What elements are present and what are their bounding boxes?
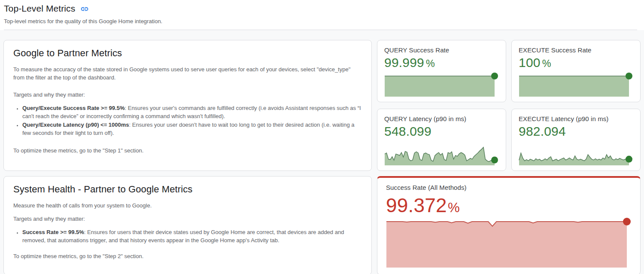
card-intro: Measure the health of calls from your sy… [13, 201, 362, 210]
metric-value: 99.372% [386, 194, 632, 217]
card-title: Google to Partner Metrics [13, 48, 362, 59]
metric-label: EXECUTE Latency (p90 in ms) [519, 115, 633, 122]
metric-value: 982.094 [519, 124, 633, 139]
page-header: Top-Level Metrics Top-level metrics for … [0, 0, 644, 30]
card-footer: To optimize these metrics, go to the "St… [13, 146, 362, 155]
sparkline-chart [386, 217, 632, 268]
target-item: Query/Execute Latency (p90) <= 1000ms: E… [22, 121, 361, 137]
sparkline-chart [384, 140, 499, 165]
metric-label: QUERY Success Rate [384, 46, 499, 54]
sparkline-chart [384, 72, 499, 97]
metric-card-query-latency: QUERY Latency (p90 in ms) 548.099 [377, 109, 506, 171]
target-lead: Query/Execute Success Rate >= 99.5% [22, 105, 125, 111]
metric-card-execute-latency: EXECUTE Latency (p90 in ms) 982.094 [511, 109, 641, 171]
metric-card-query-success-rate: QUERY Success Rate 99.999% [377, 40, 506, 102]
metric-unit: % [448, 200, 460, 215]
card-google-to-partner-metrics: Google to Partner Metrics To measure the… [3, 40, 372, 171]
target-lead: Success Rate >= 99.5% [22, 229, 84, 235]
target-item: Query/Execute Success Rate >= 99.5%: Ens… [22, 104, 361, 120]
metric-value: 99.999% [384, 55, 499, 70]
metric-grid: QUERY Success Rate 99.999% EXECUTE Succe… [377, 40, 641, 171]
left-column: Google to Partner Metrics To measure the… [3, 40, 372, 274]
metric-label: QUERY Latency (p90 in ms) [384, 115, 499, 122]
targets-label: Targets and why they matter: [13, 91, 362, 99]
page-title: Top-Level Metrics [4, 3, 75, 14]
targets-list: Query/Execute Success Rate >= 99.5%: Ens… [13, 104, 361, 137]
right-column: QUERY Success Rate 99.999% EXECUTE Succe… [377, 40, 641, 274]
metric-value: 548.099 [384, 124, 499, 139]
section-link-icon[interactable] [80, 5, 89, 13]
metric-unit: % [542, 58, 551, 69]
page-subtitle: Top-level metrics for the quality of thi… [4, 18, 637, 24]
metric-label: Success Rate (All Methods) [386, 184, 632, 191]
card-system-health-metrics: System Health - Partner to Google Metric… [3, 176, 372, 274]
target-item: Success Rate >= 99.5%: Ensures for users… [22, 228, 361, 244]
sparkline-chart [519, 72, 633, 97]
metric-unit: % [426, 58, 435, 69]
metric-card-execute-success-rate: EXECUTE Success Rate 100% [511, 40, 641, 102]
card-title: System Health - Partner to Google Metric… [13, 184, 362, 195]
targets-list: Success Rate >= 99.5%: Ensures for users… [13, 228, 361, 244]
page-title-row: Top-Level Metrics [4, 3, 637, 14]
metric-label: EXECUTE Success Rate [519, 46, 633, 54]
metric-value: 100% [519, 55, 633, 70]
target-lead: Query/Execute Latency (p90) <= 1000ms [22, 122, 129, 128]
targets-label: Targets and why they matter: [13, 215, 362, 223]
metric-card-success-rate-all-methods: Success Rate (All Methods) 99.372% [377, 176, 641, 274]
card-intro: To measure the accuracy of the state sto… [13, 65, 361, 82]
dashboard-content: Google to Partner Metrics To measure the… [0, 30, 644, 274]
sparkline-chart [519, 140, 633, 165]
card-footer: To optimize these metrics, go to the "St… [13, 252, 362, 260]
